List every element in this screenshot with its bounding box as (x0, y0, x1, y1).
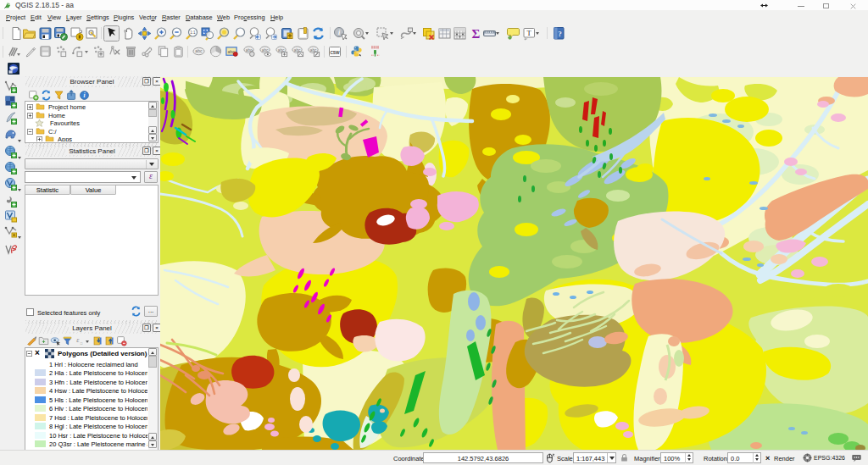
svg-text:Σ: Σ (472, 27, 481, 41)
svg-text:ε: ε (76, 336, 80, 344)
svg-text:1:1: 1:1 (190, 30, 196, 35)
svg-text:abc: abc (195, 48, 203, 53)
svg-text:abc: abc (294, 48, 301, 53)
svg-text:T: T (526, 29, 531, 37)
svg-text:abc: abc (262, 48, 269, 53)
svg-text:?: ? (558, 30, 562, 38)
svg-text:CSW: CSW (330, 51, 340, 55)
svg-text:i: i (83, 91, 85, 99)
svg-text:abc: abc (278, 48, 285, 53)
svg-text:□: □ (81, 341, 83, 346)
svg-text:abc: abc (310, 48, 317, 53)
